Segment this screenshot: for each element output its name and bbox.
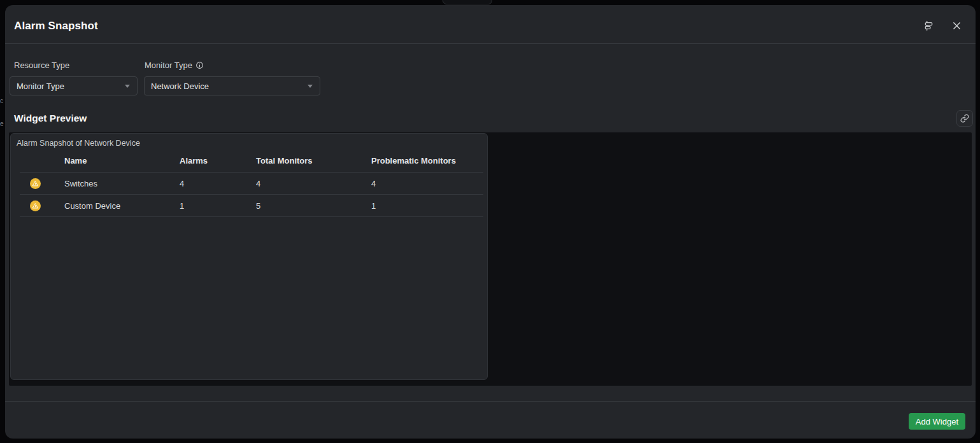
copy-link-button[interactable] — [956, 110, 973, 127]
cell-name: Custom Device — [64, 201, 180, 211]
status-cell — [20, 200, 64, 211]
info-icon — [195, 61, 204, 69]
cell-problematic-monitors: 4 — [371, 179, 483, 188]
align-icon — [923, 20, 934, 31]
table-row[interactable]: Switches 4 4 4 — [20, 172, 483, 195]
widget-preview-heading: Widget Preview — [14, 113, 87, 124]
alarm-snapshot-modal: Alarm Snapshot Resource Type Monito — [5, 5, 976, 439]
footer-divider — [5, 401, 976, 402]
background-text-fragment: c — [0, 97, 3, 104]
close-icon — [952, 21, 962, 31]
modal-header: Alarm Snapshot — [5, 5, 976, 44]
status-cell — [20, 178, 64, 189]
cell-total-monitors: 4 — [256, 179, 371, 188]
resource-type-select[interactable]: Monitor Type — [10, 76, 138, 95]
table-row[interactable]: Custom Device 1 5 1 — [20, 195, 483, 217]
warning-icon — [30, 200, 41, 211]
resource-type-value: Monitor Type — [17, 81, 64, 91]
link-icon — [960, 114, 969, 123]
modal-title: Alarm Snapshot — [14, 20, 98, 32]
background-text-fragment: e — [0, 120, 4, 127]
widget-title: Alarm Snapshot of Network Device — [11, 134, 487, 149]
cell-alarms: 4 — [180, 179, 256, 188]
resource-type-label: Resource Type — [14, 60, 69, 70]
table-header-row: Name Alarms Total Monitors Problematic M… — [20, 149, 483, 172]
align-widget-button[interactable] — [921, 18, 936, 33]
cell-alarms: 1 — [180, 201, 256, 211]
monitor-type-label: Monitor Type — [145, 60, 204, 70]
close-button[interactable] — [949, 18, 964, 33]
header-problematic-monitors: Problematic Monitors — [371, 156, 483, 165]
alarm-snapshot-widget: Alarm Snapshot of Network Device Name Al… — [10, 133, 488, 380]
header-total-monitors: Total Monitors — [256, 156, 371, 165]
warning-icon — [30, 178, 41, 189]
chevron-down-icon — [124, 83, 131, 88]
background-page-fragment — [443, 0, 492, 4]
header-name: Name — [64, 156, 180, 165]
cell-name: Switches — [64, 179, 180, 188]
cell-total-monitors: 5 — [256, 201, 371, 211]
monitor-type-value: Network Device — [151, 81, 209, 91]
header-alarms: Alarms — [180, 156, 256, 165]
cell-problematic-monitors: 1 — [371, 201, 483, 211]
add-widget-button[interactable]: Add Widget — [909, 413, 965, 430]
chevron-down-icon — [307, 83, 313, 88]
preview-canvas: Alarm Snapshot of Network Device Name Al… — [9, 132, 972, 386]
monitor-type-select[interactable]: Network Device — [144, 76, 320, 95]
